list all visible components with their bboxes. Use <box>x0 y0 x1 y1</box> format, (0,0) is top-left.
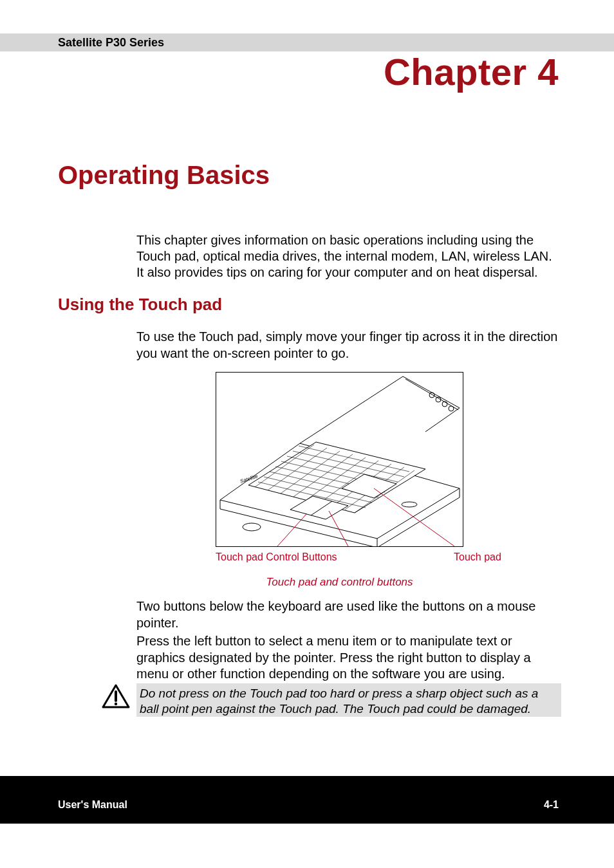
caution-box: Do not press on the Touch pad too hard o… <box>136 683 561 717</box>
series-title: Satellite P30 Series <box>58 36 164 50</box>
touchpad-para-3: Press the left button to select a menu i… <box>136 633 563 683</box>
laptop-illustration: Satellite <box>216 373 463 547</box>
caution-icon <box>102 684 130 710</box>
footer-page-number: 4-1 <box>544 799 559 811</box>
chapter-title: Chapter 4 <box>384 50 559 93</box>
laptop-figure: Satellite <box>216 372 463 547</box>
touchpad-para-1: To use the Touch pad, simply move your f… <box>136 329 561 362</box>
svg-point-22 <box>449 406 454 411</box>
footer-left: User's Manual <box>58 799 127 811</box>
touchpad-para-2: Two buttons below the keyboard are used … <box>136 598 561 631</box>
svg-point-26 <box>243 523 261 531</box>
section-title: Operating Basics <box>58 161 270 190</box>
svg-point-19 <box>429 392 434 398</box>
intro-paragraph: This chapter gives information on basic … <box>136 232 559 281</box>
figure-caption: Touch pad and control buttons <box>216 576 463 589</box>
subsection-title: Using the Touch pad <box>58 295 222 315</box>
figure-label-control-buttons: Touch pad Control Buttons <box>216 551 337 563</box>
caution-text: Do not press on the Touch pad too hard o… <box>140 686 558 717</box>
svg-line-28 <box>277 514 306 546</box>
figure-label-touchpad: Touch pad <box>454 551 501 563</box>
page: Satellite P30 Series Chapter 4 Operating… <box>0 0 614 868</box>
svg-point-34 <box>115 703 117 705</box>
